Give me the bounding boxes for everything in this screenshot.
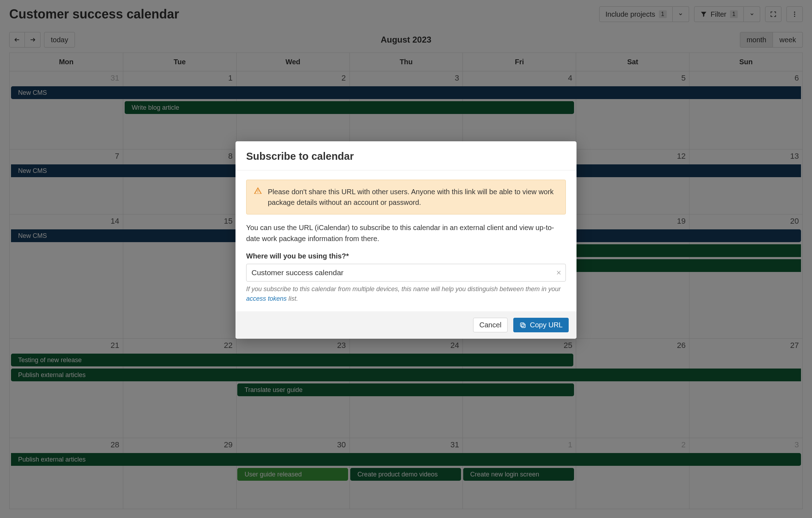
access-tokens-link[interactable]: access tokens	[246, 295, 287, 302]
svg-rect-7	[521, 324, 525, 327]
modal-description: You can use the URL (iCalendar) to subsc…	[246, 222, 566, 244]
close-icon	[556, 270, 562, 276]
copy-url-label: Copy URL	[530, 321, 563, 329]
name-field-label: Where will you be using this?*	[246, 252, 566, 260]
clear-input-button[interactable]	[556, 270, 562, 276]
svg-rect-8	[520, 323, 524, 326]
warning-text: Please don't share this URL with other u…	[268, 186, 558, 208]
field-hint: If you subscribe to this calendar from m…	[246, 284, 566, 304]
warning-alert: Please don't share this URL with other u…	[246, 180, 566, 214]
warning-icon	[254, 186, 262, 208]
copy-url-button[interactable]: Copy URL	[513, 318, 569, 332]
copy-icon	[519, 322, 526, 329]
name-input[interactable]	[246, 264, 566, 282]
cancel-button[interactable]: Cancel	[473, 318, 507, 332]
subscribe-modal: Subscribe to calendar Please don't share…	[236, 141, 576, 339]
modal-title: Subscribe to calendar	[246, 151, 566, 162]
